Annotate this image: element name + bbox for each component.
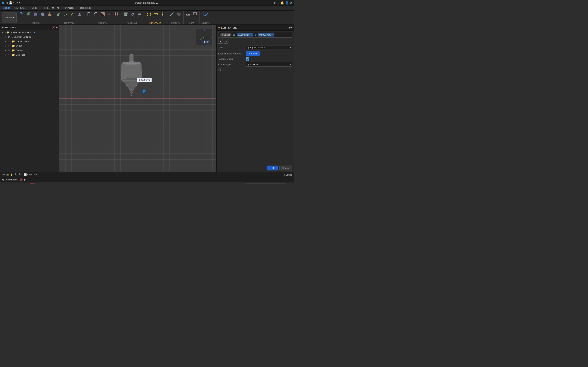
close-icon[interactable]: ✕ — [290, 1, 292, 4]
create-sketch-btn[interactable] — [18, 11, 25, 17]
tab-solid[interactable]: SOLID — [0, 6, 13, 10]
mod-chamfer-btn[interactable] — [93, 11, 99, 17]
tree-item-bodies[interactable]: ▶ 👁 📁 Bodies — [0, 48, 59, 53]
ef-type-dropdown[interactable]: ▾ — [290, 46, 291, 49]
settings-btn[interactable]: ⚙ — [287, 183, 292, 184]
ef-expand-icon[interactable]: ▶▶ — [289, 26, 292, 29]
bell-icon[interactable]: 🔔 — [281, 1, 284, 4]
con-midplane-btn[interactable] — [153, 11, 159, 17]
gen-revolve-btn[interactable] — [62, 11, 69, 17]
tree-arrow-doc: ▶ — [5, 36, 7, 38]
tree-item-root[interactable]: ▼ ● 📁 dreidel instructable v1 ● — [0, 30, 59, 35]
ef-info-button[interactable]: ℹ — [218, 68, 222, 72]
gen-extrude-btn[interactable] — [56, 11, 62, 17]
svg-rect-16 — [101, 13, 104, 16]
ef-select-button[interactable]: ↖ Select — [246, 51, 260, 56]
measure-menu-icon[interactable]: ⋮ — [147, 78, 150, 81]
surface-tool-btn[interactable] — [13, 183, 18, 184]
browser-collapse-icon[interactable]: ◀ — [2, 26, 3, 29]
redo-icon[interactable]: ↪ — [16, 1, 18, 4]
ef-cancel-button[interactable]: Cancel — [279, 166, 292, 170]
orbit-icon[interactable]: ✋ — [10, 173, 13, 176]
inspect-tool-btn[interactable] — [25, 183, 29, 184]
sketch-tool-btn[interactable] — [2, 183, 7, 184]
ef-corner-dropdown[interactable]: ▾ — [290, 63, 291, 66]
create-sphere-btn[interactable] — [39, 11, 46, 17]
help-icon[interactable]: ? — [278, 1, 279, 4]
ribbon: DESIGN ▾ — [0, 11, 294, 25]
create-more-btn[interactable] — [46, 11, 53, 17]
asm-joint-btn[interactable] — [130, 11, 136, 17]
ef-icon2: ▦ — [255, 34, 256, 36]
tab-utilities[interactable]: UTILITIES — [77, 6, 94, 10]
view-display-icon[interactable]: ⊞▾ — [29, 173, 32, 176]
tree-item-named-views[interactable]: ▶ 👁 📁 Named Views — [0, 39, 59, 44]
ef-tangent-checkbox[interactable] — [246, 57, 249, 60]
timeline-bar[interactable] — [245, 183, 286, 184]
ef-value1-input[interactable] — [237, 33, 253, 36]
display-mode-icon[interactable]: ⬜▾ — [24, 173, 28, 176]
tree-item-doc-settings[interactable]: ▶ ⚙ Document Settings — [0, 35, 59, 39]
ef-add-btn[interactable]: + — [218, 39, 223, 44]
zoom-out-icon[interactable]: 🔍▾ — [18, 173, 23, 176]
timeline-start-btn[interactable]: ⏮ — [216, 183, 221, 184]
ef-ok-button[interactable]: OK — [267, 166, 278, 170]
move-tool-btn[interactable]: ✛ — [19, 183, 24, 184]
arrow-tool-btn[interactable] — [47, 183, 52, 184]
red-tool-btn[interactable] — [30, 183, 35, 184]
insert-image-btn[interactable] — [185, 11, 191, 17]
camera-icon[interactable]: 📷 — [6, 173, 9, 176]
con-offset-plane-btn[interactable] — [146, 11, 152, 17]
add-tab-icon[interactable]: ⊕ — [274, 1, 277, 4]
browser-expand-icon[interactable]: ▶ — [56, 26, 57, 29]
tree-item-origin[interactable]: ▶ 👁 📁 Origin — [0, 44, 59, 48]
select-btn[interactable] — [203, 11, 209, 17]
inspect-measure-btn[interactable] — [169, 11, 175, 17]
solid-tool-btn[interactable] — [7, 183, 12, 184]
timeline-play-btn[interactable]: ▶ — [227, 183, 232, 184]
create-cyl-btn[interactable] — [33, 11, 39, 17]
undo-icon[interactable]: ↩ — [13, 1, 15, 4]
con-axis-btn[interactable] — [159, 11, 166, 17]
midplane-icon — [153, 12, 158, 17]
comments-pin-icon[interactable]: 📌 — [20, 178, 23, 181]
timeline-next-btn[interactable]: ⏩ — [233, 183, 238, 184]
tab-sheet-metal[interactable]: SHEET METAL — [41, 6, 62, 10]
gen-loft-btn[interactable] — [76, 11, 83, 17]
timeline-prev-btn[interactable]: ⏪ — [221, 183, 226, 184]
comments-chevron[interactable]: ▶ — [24, 178, 26, 181]
grid-icon[interactable]: ⊞ — [6, 1, 8, 4]
svg-text:X: X — [211, 36, 212, 38]
user-icon[interactable]: 👤 — [285, 1, 289, 4]
create-box-btn[interactable] — [26, 11, 32, 17]
asm-new-btn[interactable] — [122, 11, 129, 17]
inspect-zebra-btn[interactable] — [176, 11, 182, 17]
ef-value2-input[interactable] — [258, 33, 274, 36]
timeline-end-btn[interactable]: ⏭ — [238, 183, 243, 184]
insert-more-btn[interactable] — [192, 11, 198, 17]
file-icon[interactable]: 💾 — [9, 1, 12, 4]
mod-move-btn[interactable]: ✛ — [106, 11, 113, 17]
zoom-in-icon[interactable]: 🔍 — [15, 173, 17, 176]
gen-sweep-btn[interactable] — [69, 11, 76, 17]
tree-label-views: Named Views — [16, 40, 30, 43]
mod-shell-btn[interactable] — [99, 11, 106, 17]
design-button[interactable]: DESIGN ▾ — [2, 12, 17, 23]
tab-mesh[interactable]: MESH — [29, 6, 41, 10]
mod-pattern-btn[interactable] — [113, 11, 120, 17]
tab-plastic[interactable]: PLASTIC — [62, 6, 77, 10]
section-tool-btn[interactable] — [42, 183, 47, 184]
mod-fillet-btn[interactable] — [86, 11, 92, 17]
viewport[interactable]: 9.9999 mm ⋮ X Z Y LEFT — [59, 25, 216, 172]
ef-remove-btn[interactable]: ✕ — [224, 39, 228, 44]
comments-expand-icon[interactable]: ◀ — [2, 178, 3, 181]
tree-item-sketches[interactable]: ▶ 👁 📁 Sketches — [0, 53, 59, 57]
browser-pin-icon[interactable]: 📌 — [52, 26, 55, 29]
view-cube[interactable]: X Z Y LEFT — [196, 29, 212, 45]
asm-rigid-btn[interactable] — [136, 11, 143, 17]
measure-tool-btn[interactable] — [36, 183, 41, 184]
more-display-icon[interactable]: ⋯▾ — [34, 173, 37, 176]
svg-text:Y: Y — [197, 39, 199, 41]
snap-icon[interactable]: ⊕▾ — [2, 173, 5, 176]
tab-surface[interactable]: SURFACE — [13, 6, 29, 10]
